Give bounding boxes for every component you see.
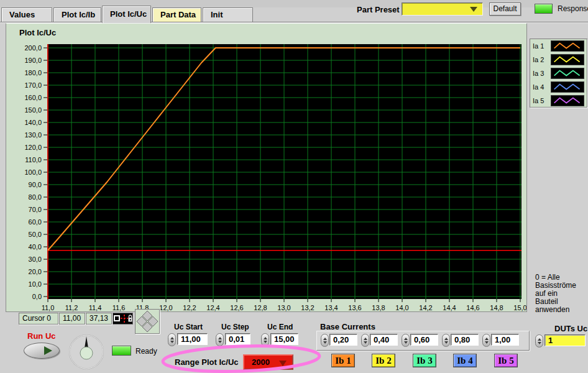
ready-led	[112, 346, 131, 356]
cursor-y-value[interactable]: 37,13	[86, 313, 112, 325]
tab-values[interactable]: Values	[1, 7, 52, 22]
legend-swatch-ia-5[interactable]	[551, 95, 584, 106]
y-tick-label: 80,0	[29, 193, 42, 201]
legend-label: Ia 2	[533, 56, 544, 63]
cursor-name-box[interactable]: Cursor 0	[19, 313, 58, 325]
y-tick-label: 190,0	[24, 57, 42, 64]
ready-label: Ready	[136, 347, 157, 356]
plot-legend: Ia 1Ia 2Ia 3Ia 4Ia 5	[530, 39, 587, 108]
cursor-move-pad-icon[interactable]	[136, 310, 159, 333]
base-currents-note: 0 = Alle Basisströme auf ein Bauteil anw…	[535, 274, 587, 314]
legend-swatch-ia-3[interactable]	[551, 68, 584, 79]
range-plot-dropdown[interactable]: 2000	[243, 354, 293, 370]
legend-swatch-ia-4[interactable]	[551, 81, 584, 93]
x-tick-label: 14,8	[490, 304, 503, 311]
tab-part-data[interactable]: Part Data	[152, 7, 201, 22]
response-led	[535, 4, 553, 14]
tab-init[interactable]: Init	[203, 7, 253, 22]
base-current-1-stepper[interactable]	[321, 334, 329, 347]
x-tick-label: 12,2	[183, 304, 196, 311]
x-tick-label: 13,2	[301, 304, 314, 311]
base-current-5-field[interactable]: 1,00	[491, 334, 519, 346]
legend-label: Ia 1	[533, 42, 544, 50]
x-tick-label: 14,0	[395, 304, 408, 311]
x-tick-label: 14,2	[419, 304, 432, 311]
y-tick-label: 120,0	[24, 144, 42, 151]
knob-control[interactable]	[66, 333, 107, 371]
run-uc-button[interactable]	[24, 343, 60, 359]
cursor-shape-icon[interactable]	[114, 316, 119, 321]
cursor-style-box[interactable]	[113, 313, 133, 325]
x-tick-label: 13,0	[277, 304, 290, 311]
part-preset-label: Part Preset	[357, 5, 400, 14]
y-tick-label: 140,0	[24, 119, 42, 126]
default-button[interactable]: Default	[489, 2, 521, 16]
ib-5-button[interactable]: Ib 5	[494, 354, 518, 367]
crosshair-icon[interactable]	[121, 315, 128, 323]
cursor-move-pad[interactable]	[135, 309, 160, 334]
x-tick-label: 11,4	[89, 304, 102, 311]
lock-icon[interactable]	[129, 315, 132, 322]
y-tick-label: 150,0	[24, 106, 42, 114]
y-tick-label: 200,0	[24, 44, 42, 52]
base-current-1-field[interactable]: 0,20	[329, 334, 357, 346]
base-current-2-stepper[interactable]	[361, 334, 369, 347]
y-tick-label: 20,0	[29, 268, 42, 275]
ib-4-button[interactable]: Ib 4	[453, 354, 477, 367]
ib-2-button[interactable]: Ib 2	[372, 354, 395, 367]
ib-3-button[interactable]: Ib 3	[413, 354, 436, 367]
uc-end-field[interactable]: 15,00	[270, 333, 298, 345]
x-tick-label: 13,8	[372, 304, 385, 311]
y-tick-label: 50,0	[29, 231, 42, 238]
uc-step-field[interactable]: 0,01	[225, 333, 250, 345]
base-current-4-stepper[interactable]	[442, 334, 450, 347]
chevron-down-icon	[279, 361, 287, 366]
y-tick-label: 60,0	[29, 218, 42, 226]
legend-swatch-ia-1[interactable]	[551, 40, 584, 52]
graph-panel: Plot Ic/Uc 0,010,020,030,040,050,060,070…	[6, 23, 527, 312]
x-tick-label: 12,8	[254, 304, 267, 311]
range-plot-label: Range Plot Ic/Uc	[175, 357, 239, 367]
legend-swatch-ia-2[interactable]	[551, 54, 584, 65]
application-window: { "tabs": [ { "label": "Values" }, { "la…	[0, 0, 588, 373]
uc-end-label: Uc End	[267, 323, 293, 331]
y-tick-label: 30,0	[29, 256, 42, 263]
x-tick-label: 12,4	[206, 304, 219, 311]
base-current-2-field[interactable]: 0,40	[370, 334, 398, 346]
base-current-3-stepper[interactable]	[402, 334, 410, 347]
x-tick-label: 15,0	[513, 304, 526, 311]
legend-label: Ia 3	[533, 70, 544, 77]
y-tick-label: 170,0	[24, 81, 42, 89]
xy-graph[interactable]: 0,010,020,030,040,050,060,070,080,090,01…	[6, 38, 526, 311]
y-tick-label: 100,0	[24, 168, 42, 176]
base-current-5-stepper[interactable]	[482, 334, 490, 347]
y-tick-label: 110,0	[25, 156, 42, 163]
graph-title: Plot Ic/Uc	[19, 28, 56, 37]
base-current-4-field[interactable]: 0,80	[451, 334, 479, 346]
uc-step-label: Uc Step	[221, 323, 249, 331]
play-icon	[44, 346, 52, 355]
uc-start-field[interactable]: 11,00	[177, 333, 208, 345]
tab-plot-ic-ib[interactable]: Plot Ic/Ib	[53, 7, 101, 22]
duts-uc-label: DUTs Uc	[554, 324, 587, 333]
uc-end-stepper[interactable]	[261, 333, 269, 346]
y-tick-label: 10,0	[29, 280, 42, 288]
tab-plot-ic-uc[interactable]: Plot Ic/Uc	[102, 6, 151, 23]
ib-1-button[interactable]: Ib 1	[331, 354, 355, 367]
cursor-x-value[interactable]: 11,00	[59, 313, 85, 325]
range-plot-value: 2000	[252, 357, 270, 367]
base-current-3-field[interactable]: 0,60	[410, 334, 438, 346]
x-tick-label: 11,2	[65, 304, 78, 311]
duts-uc-field[interactable]: 1	[544, 334, 586, 346]
x-tick-label: 12,0	[159, 304, 172, 311]
response-label: Response	[558, 4, 588, 13]
part-preset-dropdown[interactable]	[402, 2, 483, 16]
duts-uc-stepper[interactable]	[535, 334, 543, 348]
base-currents-group: 0,20 0,40 0,60 0,80 1,00	[316, 331, 530, 351]
x-tick-label: 12,6	[230, 304, 243, 311]
uc-start-stepper[interactable]	[168, 333, 176, 346]
uc-step-stepper[interactable]	[216, 333, 224, 346]
knob-cap	[80, 347, 93, 359]
y-tick-label: 130,0	[24, 131, 42, 139]
x-tick-label: 13,6	[348, 304, 361, 311]
